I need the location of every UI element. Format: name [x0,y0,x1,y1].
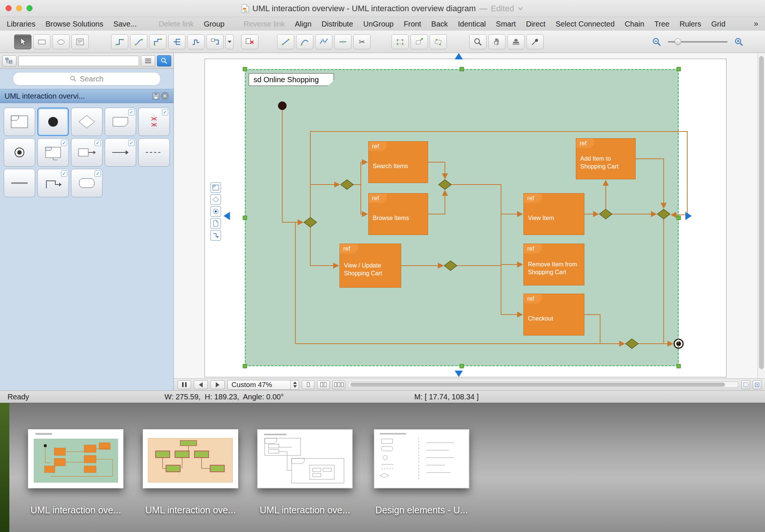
view-single-page-button[interactable] [302,380,314,389]
menu-rulers[interactable]: Rulers [679,20,701,28]
decision-node[interactable] [626,339,638,349]
canvas-viewport[interactable]: sd Online Shopping ref Search Items ref … [174,53,758,378]
shape-interaction-operand[interactable] [138,108,170,136]
menu-smart[interactable]: Smart [496,20,516,28]
shape-frame[interactable] [4,108,35,136]
scissors-button[interactable]: ✂ [353,34,371,49]
decision-node[interactable] [657,209,670,219]
library-section-header[interactable]: UML interaction overvi... ✕ [0,89,173,103]
rotate-tool-button[interactable] [391,34,409,49]
library-search-view-button[interactable] [157,55,171,66]
reshape-tool-button[interactable] [315,34,332,49]
scale-tool-button[interactable] [411,34,428,49]
shape-simple-line[interactable] [4,169,35,197]
zoom-slider[interactable] [668,41,728,43]
menu-libraries[interactable]: Libraries [7,20,36,28]
vertical-scrollbar[interactable] [758,53,765,378]
shape-dashed-line[interactable] [138,138,170,167]
selection-handle-middle-left[interactable] [243,216,247,220]
selection-handle-bottom-right[interactable] [677,364,681,368]
menu-select-connected[interactable]: Select Connected [556,20,615,28]
shape-elbow-connector[interactable] [37,169,69,197]
menu-identical[interactable]: Identical [458,20,486,28]
selection-handle-top-right[interactable] [677,67,681,71]
connector-dropdown-button[interactable] [225,34,234,49]
selection-handle-top-center[interactable] [460,67,464,71]
connector-style-button[interactable] [206,34,224,49]
rectangle-tool-button[interactable] [33,34,50,49]
shape-action-with-flow[interactable] [71,138,102,167]
fit-page-button[interactable] [741,380,750,389]
zoom-out-icon[interactable] [651,37,662,47]
polyline-connector-button[interactable] [111,34,128,49]
shape-control-flow-arrow[interactable] [105,138,136,167]
chevron-down-icon[interactable] [517,6,523,11]
view-facing-pages-button[interactable] [317,380,330,389]
menu-overflow-chevron[interactable]: » [754,19,758,29]
quick-connector-button[interactable] [211,230,221,241]
zoom-slider-thumb[interactable] [675,38,681,45]
shape-decision-node[interactable] [71,108,102,136]
menu-tree[interactable]: Tree [654,20,669,28]
shape-initial-node[interactable] [37,108,69,136]
fit-selection-button[interactable] [753,380,761,389]
ref-node-browse-items[interactable]: ref Browse Items [368,193,428,235]
delete-connector-button[interactable] [241,34,258,49]
quick-page-button[interactable] [211,218,221,229]
shape-frame-fragment[interactable] [37,138,69,167]
document-thumbnail[interactable] [143,429,238,488]
right-angle-connector-button[interactable] [149,34,166,49]
next-page-button[interactable] [211,380,225,389]
thumbnail-label[interactable]: UML interaction ove... [257,505,353,516]
menu-front[interactable]: Front [404,20,421,28]
tree-connector-button[interactable] [168,34,185,49]
decision-node[interactable] [599,209,612,219]
text-tool-button[interactable] [71,34,89,49]
menu-distribute[interactable]: Distribute [322,20,353,28]
zoom-in-icon[interactable] [734,37,744,47]
pan-tool-button[interactable] [488,34,506,49]
pause-button[interactable] [178,380,191,389]
zoom-tool-button[interactable] [469,34,486,49]
arc-tool-button[interactable] [296,34,313,49]
eyedropper-tool-button[interactable] [526,34,544,49]
document-thumbnail[interactable] [28,429,123,488]
selection-handle-bottom-left[interactable] [243,364,247,368]
shape-interaction-use[interactable] [105,108,136,136]
menu-grid[interactable]: Grid [711,20,725,28]
library-list-view-button[interactable] [141,55,155,66]
quick-final-node-button[interactable] [211,206,221,217]
menu-browse-solutions[interactable]: Browse Solutions [46,20,104,28]
library-filter-input[interactable] [18,56,139,66]
select-tool-button[interactable] [14,34,31,49]
document-thumbnail[interactable] [374,429,469,488]
final-node[interactable] [674,339,683,348]
menu-align[interactable]: Align [295,20,311,28]
chain-connector-button[interactable] [187,34,205,49]
ellipse-tool-button[interactable] [52,34,70,49]
zoom-step-up-icon[interactable] [293,381,297,384]
horizontal-scrollbar[interactable] [348,381,739,388]
line-tool-button[interactable] [277,34,294,49]
thumbnail-label[interactable]: UML interaction ove... [28,505,123,516]
view-multi-page-button[interactable] [332,380,345,389]
ref-node-view-item[interactable]: ref View Item [523,193,584,235]
selection-handle-bottom-center[interactable] [460,364,464,368]
ref-node-checkout[interactable]: ref Checkout [523,294,584,335]
split-tool-button[interactable] [334,34,351,49]
menu-chain[interactable]: Chain [625,20,644,28]
menu-group[interactable]: Group [204,20,225,28]
zoom-stepper[interactable] [291,380,299,389]
menu-back[interactable]: Back [431,20,448,28]
document-thumbnail[interactable] [257,429,353,488]
selection-handle-top-left[interactable] [243,67,247,71]
ref-node-add-item[interactable]: ref Add Item to Shopping Cart [576,138,636,179]
thumbnail-label[interactable]: UML interaction ove... [143,505,238,516]
horizontal-scrollbar-thumb[interactable] [350,383,725,387]
library-search-input[interactable]: Search [13,72,161,86]
connect-arrow-right[interactable] [685,212,692,220]
quick-decision-button[interactable] [211,194,221,205]
frame-title[interactable]: sd Online Shopping [249,73,334,86]
vertical-scrollbar-thumb[interactable] [759,56,764,369]
selection-handle-middle-right[interactable] [677,216,681,220]
